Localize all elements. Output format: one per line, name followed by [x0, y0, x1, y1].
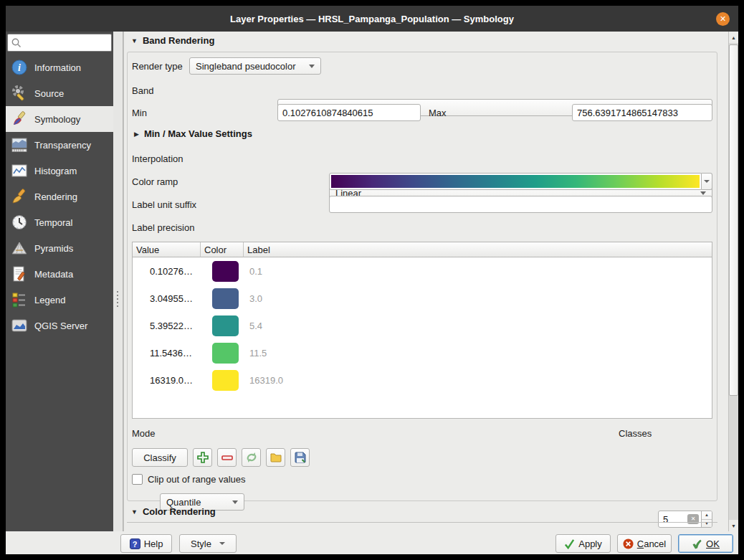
metadata-icon — [11, 265, 28, 283]
color-swatch[interactable] — [212, 315, 239, 336]
color-swatch[interactable] — [212, 343, 239, 364]
band-rendering-header[interactable]: ▼ Band Rendering — [131, 35, 214, 46]
clip-out-of-range-checkbox[interactable] — [132, 474, 143, 485]
sidebar-item-temporal[interactable]: Temporal — [6, 209, 113, 235]
table-row[interactable]: 16319.0… 16319.0 — [133, 366, 712, 394]
sidebar-splitter[interactable] — [113, 32, 123, 531]
collapse-triangle-icon: ▼ — [131, 508, 138, 516]
chevron-down-icon — [700, 191, 706, 195]
min-input[interactable] — [277, 104, 421, 121]
scroll-down-icon[interactable]: ▼ — [729, 520, 738, 531]
color-swatch[interactable] — [212, 370, 239, 391]
sidebar-item-label: Metadata — [34, 269, 73, 280]
render-type-label: Render type — [132, 61, 183, 72]
sidebar-item-symbology[interactable]: Symbology — [6, 106, 113, 132]
collapse-triangle-icon: ▶ — [134, 130, 139, 138]
style-button[interactable]: Style — [179, 534, 237, 553]
save-color-map-button[interactable] — [290, 448, 310, 467]
table-row[interactable]: 5.39522… 5.4 — [133, 312, 712, 339]
plus-icon — [196, 451, 209, 464]
column-header-color[interactable]: Color — [201, 242, 244, 257]
sidebar-item-rendering[interactable]: Rendering — [6, 184, 113, 209]
search-icon — [11, 37, 22, 49]
remove-class-button[interactable] — [217, 448, 237, 467]
label-unit-suffix-input[interactable] — [329, 196, 712, 213]
histogram-icon — [11, 162, 28, 179]
ok-button[interactable]: OK — [678, 534, 733, 553]
color-ramp-label: Color ramp — [132, 176, 178, 187]
table-row[interactable]: 11.5436… 11.5 — [133, 339, 712, 366]
sidebar-search-input[interactable] — [22, 38, 111, 48]
sidebar-item-label: Information — [34, 62, 81, 73]
sidebar-search[interactable] — [7, 34, 112, 52]
sidebar-item-transparency[interactable]: Transparency — [6, 132, 113, 158]
classes-spinbox[interactable]: ✕ ▲▼ — [658, 511, 712, 528]
temporal-icon — [11, 214, 28, 231]
collapse-triangle-icon: ▼ — [131, 37, 138, 44]
sidebar-item-source[interactable]: Source — [6, 80, 113, 106]
sidebar-item-qgis-server[interactable]: QGIS Server — [6, 313, 113, 338]
color-ramp-button[interactable] — [329, 173, 702, 190]
help-icon: ? — [130, 538, 140, 549]
interpolation-label: Interpolation — [132, 153, 183, 164]
pyramids-icon — [11, 239, 28, 257]
folder-icon — [270, 451, 282, 464]
sidebar-item-pyramids[interactable]: Pyramids — [6, 235, 113, 261]
column-header-label[interactable]: Label — [244, 242, 712, 257]
mode-label: Mode — [132, 428, 156, 439]
band-label: Band — [132, 85, 153, 96]
sidebar-item-label: Source — [34, 88, 64, 99]
qgis-server-icon — [11, 317, 28, 334]
check-icon — [692, 538, 702, 549]
cancel-button[interactable]: Cancel — [617, 534, 672, 553]
sidebar-item-label: Transparency — [34, 140, 91, 151]
classify-button[interactable]: Classify — [132, 448, 188, 467]
color-ramp-preview — [331, 175, 700, 188]
classes-label: Classes — [619, 428, 652, 439]
column-header-value[interactable]: Value — [133, 242, 201, 257]
load-color-map-button[interactable] — [266, 448, 285, 467]
color-ramp-dropdown[interactable] — [702, 173, 712, 190]
spin-up-icon[interactable]: ▲ — [702, 511, 712, 520]
symbology-panel: ▼ Band Rendering Render type Singleband … — [123, 32, 728, 531]
add-class-button[interactable] — [193, 448, 212, 467]
table-row[interactable]: 3.04955… 3.0 — [133, 285, 712, 312]
spin-down-icon[interactable]: ▼ — [702, 520, 712, 528]
min-label: Min — [132, 108, 147, 118]
vertical-scrollbar[interactable]: ▲ ▼ — [728, 32, 738, 531]
color-swatch[interactable] — [212, 261, 239, 282]
render-type-combo[interactable]: Singleband pseudocolor — [189, 57, 321, 75]
minmax-settings-header[interactable]: ▶ Min / Max Value Settings — [134, 128, 252, 139]
splitter-handle-icon — [117, 291, 118, 307]
scroll-up-icon[interactable]: ▲ — [729, 32, 738, 43]
sidebar-item-legend[interactable]: Legend — [6, 287, 113, 313]
spinner[interactable]: ▲▼ — [701, 511, 712, 527]
cancel-icon — [623, 538, 634, 549]
class-table[interactable]: Value Color Label 0.10276… 0.1 3.04955… … — [132, 242, 712, 419]
max-input[interactable] — [572, 104, 712, 121]
sidebar: i Information Source Symbology Transpare… — [6, 32, 113, 531]
sidebar-item-histogram[interactable]: Histogram — [6, 158, 113, 184]
classes-input[interactable] — [659, 514, 687, 525]
section-divider — [127, 522, 717, 523]
clip-out-of-range-row: Clip out of range values — [132, 474, 246, 485]
titlebar[interactable]: Layer Properties — HRSL_Pampanga_Populat… — [6, 6, 738, 32]
transparency-icon — [11, 136, 28, 153]
help-button[interactable]: ? Help — [120, 534, 172, 553]
symbology-icon — [11, 110, 28, 128]
sidebar-item-information[interactable]: i Information — [6, 54, 113, 80]
close-icon[interactable]: ✕ — [716, 12, 730, 26]
load-minmax-button[interactable] — [242, 448, 261, 467]
max-label: Max — [429, 108, 447, 118]
scrollbar-thumb[interactable] — [729, 44, 738, 396]
color-swatch[interactable] — [212, 288, 239, 309]
apply-button[interactable]: Apply — [555, 534, 611, 553]
table-row[interactable]: 0.10276… 0.1 — [133, 257, 712, 285]
layer-properties-dialog: Layer Properties — HRSL_Pampanga_Populat… — [6, 6, 738, 554]
window-title: Layer Properties — HRSL_Pampanga_Populat… — [230, 14, 514, 24]
sidebar-item-label: Temporal — [34, 217, 72, 228]
source-icon — [11, 85, 28, 102]
sidebar-item-label: Rendering — [34, 191, 77, 202]
sidebar-item-metadata[interactable]: Metadata — [6, 261, 113, 287]
color-rendering-header[interactable]: ▼ Color Rendering — [131, 506, 216, 517]
